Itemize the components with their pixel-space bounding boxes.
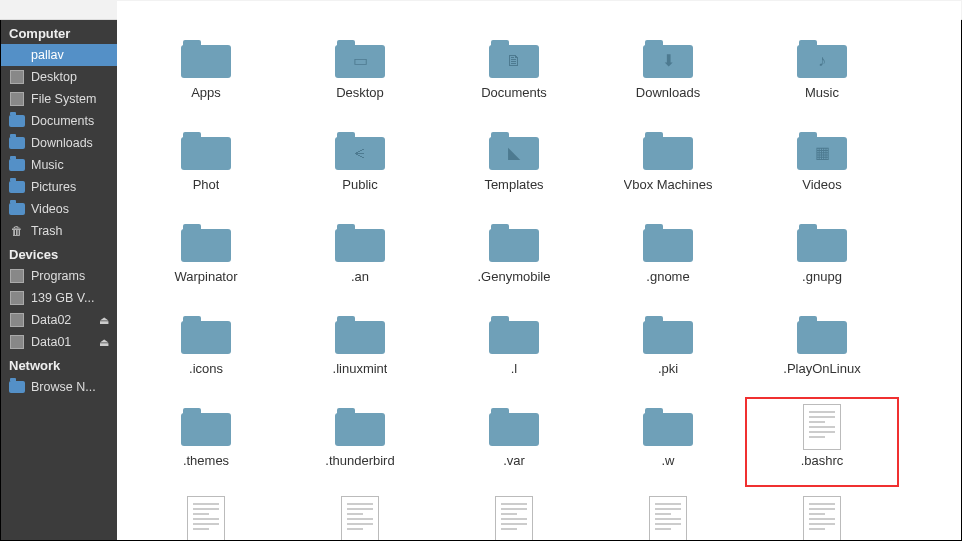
sidebar-item-label: Data01: [31, 335, 71, 349]
eject-icon[interactable]: ⏏: [99, 314, 109, 327]
folder-item[interactable]: .gnupg: [745, 213, 899, 303]
disk-icon: [9, 313, 25, 327]
file-item[interactable]: .gtkrc-2.0: [283, 489, 437, 540]
item-label: Warpinator: [174, 269, 237, 284]
sidebar-item-label: Videos: [31, 202, 69, 216]
sidebar-item-browse-n-[interactable]: Browse N...: [1, 376, 117, 398]
folder-item[interactable]: ◣Templates: [437, 121, 591, 211]
folder-item[interactable]: .icons: [129, 305, 283, 395]
folder-icon: [180, 313, 232, 357]
sidebar-item-programs[interactable]: Programs: [1, 265, 117, 287]
item-label: .l: [511, 361, 518, 376]
disk-icon: [9, 269, 25, 283]
file-manager: ComputerpallavDesktopFile SystemDocument…: [1, 1, 961, 540]
folder-icon: [488, 313, 540, 357]
folder-item[interactable]: ♪Music: [745, 29, 899, 119]
folder-item[interactable]: ⪪Public: [283, 121, 437, 211]
folder-item[interactable]: .var: [437, 397, 591, 487]
item-label: .var: [503, 453, 525, 468]
folder-item[interactable]: Apps: [129, 29, 283, 119]
sidebar-item-label: Documents: [31, 114, 94, 128]
folder-icon: ▦: [796, 129, 848, 173]
file-icon: [334, 497, 386, 540]
folder-icon: [334, 313, 386, 357]
file-item[interactable]: .dmrc: [129, 489, 283, 540]
folder-icon: ⬇: [642, 37, 694, 81]
folder-item[interactable]: ⬇Downloads: [591, 29, 745, 119]
folder-item[interactable]: .PlayOnLinux: [745, 305, 899, 395]
folder-item[interactable]: .linuxmint: [283, 305, 437, 395]
sidebar-item-desktop[interactable]: Desktop: [1, 66, 117, 88]
sidebar-item-139-gb-v-[interactable]: 139 GB V...: [1, 287, 117, 309]
folder-icon: [334, 221, 386, 265]
folder-icon: [796, 313, 848, 357]
folder-item[interactable]: .thunderbird: [283, 397, 437, 487]
sidebar-item-data01[interactable]: Data01⏏: [1, 331, 117, 353]
sidebar-item-label: Trash: [31, 224, 63, 238]
folder-item[interactable]: .themes: [129, 397, 283, 487]
folder-item[interactable]: .Genymobile: [437, 213, 591, 303]
sidebar-section-header: Network: [1, 353, 117, 376]
folder-item[interactable]: .gnome: [591, 213, 745, 303]
folder-item[interactable]: .pki: [591, 305, 745, 395]
sidebar-item-label: Pictures: [31, 180, 76, 194]
folder-item[interactable]: Phot: [129, 121, 283, 211]
sidebar-item-label: 139 GB V...: [31, 291, 94, 305]
folder-item[interactable]: .an: [283, 213, 437, 303]
folder-item[interactable]: ▦Videos: [745, 121, 899, 211]
file-item[interactable]: .gtkrc-xfce: [437, 489, 591, 540]
item-label: Vbox Machines: [624, 177, 713, 192]
item-label: .PlayOnLinux: [783, 361, 860, 376]
folder-icon: [180, 129, 232, 173]
sidebar-item-trash[interactable]: 🗑Trash: [1, 220, 117, 242]
folder-item[interactable]: .l: [437, 305, 591, 395]
folder-item[interactable]: 🗎Documents: [437, 29, 591, 119]
item-label: .thunderbird: [325, 453, 394, 468]
folder-icon: [9, 114, 25, 128]
folder-icon: 🗎: [488, 37, 540, 81]
sidebar-item-label: Downloads: [31, 136, 93, 150]
file-item[interactable]: .lesshst: [591, 489, 745, 540]
file-item[interactable]: .linss: [745, 489, 899, 540]
sidebar-item-music[interactable]: Music: [1, 154, 117, 176]
item-label: .bashrc: [801, 453, 844, 468]
item-label: .an: [351, 269, 369, 284]
disk-icon: [9, 291, 25, 305]
sidebar-item-pictures[interactable]: Pictures: [1, 176, 117, 198]
sidebar-item-documents[interactable]: Documents: [1, 110, 117, 132]
sidebar-item-data02[interactable]: Data02⏏: [1, 309, 117, 331]
sidebar-item-label: Data02: [31, 313, 71, 327]
item-label: Music: [805, 85, 839, 100]
disk-icon: [9, 92, 25, 106]
folder-icon: [9, 380, 25, 394]
file-item[interactable]: .bashrc: [745, 397, 899, 487]
item-label: Downloads: [636, 85, 700, 100]
sidebar-item-label: Programs: [31, 269, 85, 283]
sidebar-item-label: pallav: [31, 48, 64, 62]
item-label: .themes: [183, 453, 229, 468]
item-label: .w: [662, 453, 675, 468]
sidebar-item-file-system[interactable]: File System: [1, 88, 117, 110]
folder-icon: [642, 405, 694, 449]
folder-item[interactable]: Warpinator: [129, 213, 283, 303]
item-label: .icons: [189, 361, 223, 376]
sidebar-item-label: Browse N...: [31, 380, 96, 394]
file-icon: [180, 497, 232, 540]
sidebar-item-downloads[interactable]: Downloads: [1, 132, 117, 154]
folder-icon: [180, 37, 232, 81]
folder-item[interactable]: ▭Desktop: [283, 29, 437, 119]
eject-icon[interactable]: ⏏: [99, 336, 109, 349]
sidebar-item-videos[interactable]: Videos: [1, 198, 117, 220]
folder-icon: [9, 180, 25, 194]
folder-item[interactable]: Vbox Machines: [591, 121, 745, 211]
folder-item[interactable]: .w: [591, 397, 745, 487]
folder-icon: [488, 405, 540, 449]
folder-icon: ▭: [334, 37, 386, 81]
item-label: .linuxmint: [333, 361, 388, 376]
sidebar: ComputerpallavDesktopFile SystemDocument…: [1, 1, 117, 540]
file-icon: [642, 497, 694, 540]
sidebar-item-pallav[interactable]: pallav: [1, 44, 117, 66]
item-label: .gnome: [646, 269, 689, 284]
folder-icon: [9, 202, 25, 216]
sidebar-item-label: Desktop: [31, 70, 77, 84]
